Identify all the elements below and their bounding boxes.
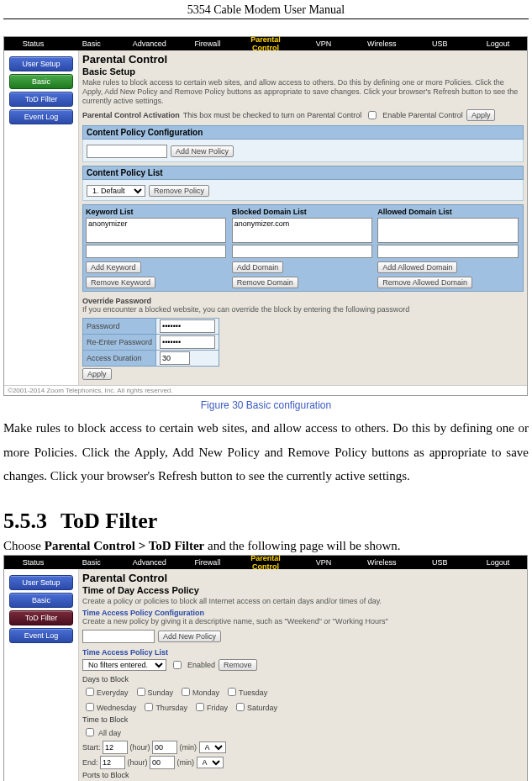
policy-config-head: Content Policy Configuration	[82, 125, 524, 140]
col-title-keyword: Keyword List	[86, 208, 229, 216]
blurb: Make rules to block access to certain we…	[82, 78, 524, 105]
allowed-list[interactable]	[377, 218, 518, 243]
nav-tab-wireless[interactable]: Wireless	[353, 39, 411, 49]
override-head: Override Password	[82, 297, 151, 305]
allowed-input[interactable]	[377, 245, 518, 258]
day-friday-checkbox[interactable]	[196, 703, 204, 711]
screenshot-tod-filter: StatusBasicAdvancedFirewallParental Cont…	[3, 555, 528, 781]
blocked-list[interactable]: anonymizer.com	[232, 218, 372, 243]
nav-tab-logout[interactable]: Logout	[469, 39, 527, 49]
policy-list-select[interactable]: No filters entered.	[82, 659, 166, 671]
nav-bold: Parental Control > ToD Filter	[45, 539, 204, 552]
nav-tab-wireless[interactable]: Wireless	[353, 557, 411, 567]
add-new-policy-button[interactable]: Add New Policy	[171, 145, 234, 157]
day-sunday-label: Sunday	[148, 689, 174, 697]
domain-columns: Keyword List anonymizer Add Keyword Remo…	[82, 204, 524, 292]
day-everyday-checkbox[interactable]	[86, 688, 94, 696]
nav-tab-advanced[interactable]: Advanced	[120, 557, 178, 567]
keyword-input[interactable]	[86, 245, 226, 258]
nav-tab-firewall[interactable]: Firewall	[178, 39, 236, 49]
enabled-checkbox[interactable]	[173, 661, 182, 669]
nav-tab-vpn[interactable]: VPN	[295, 39, 353, 49]
enable-checkbox[interactable]	[368, 111, 377, 119]
day-tuesday-label: Tuesday	[239, 689, 267, 697]
day-wednesday-checkbox[interactable]	[86, 703, 94, 711]
min-label: (min)	[177, 758, 195, 767]
duration-input[interactable]	[160, 351, 190, 365]
sidebar-tod-filter[interactable]: ToD Filter	[9, 610, 73, 625]
enable-label: Enable Parental Control	[382, 111, 463, 119]
remove-keyword-button[interactable]: Remove Keyword	[86, 277, 155, 288]
blocked-input[interactable]	[232, 245, 372, 258]
add-domain-button[interactable]: Add Domain	[232, 261, 284, 273]
nav-tab-firewall[interactable]: Firewall	[178, 557, 236, 567]
nav-tab-status[interactable]: Status	[4, 39, 62, 49]
apply-button-2[interactable]: Apply	[82, 368, 112, 380]
main-panel: Parental Control Basic Setup Make rules …	[79, 50, 527, 385]
nav-tab-vpn[interactable]: VPN	[295, 557, 353, 567]
col-title-blocked: Blocked Domain List	[232, 208, 375, 216]
day-saturday-checkbox[interactable]	[236, 703, 245, 711]
sidebar-user-setup[interactable]: User Setup	[9, 575, 73, 590]
page-header: 5354 Cable Modem User Manual	[3, 0, 529, 19]
activation-row: Parental Control Activation This box mus…	[82, 108, 524, 122]
day-sunday-checkbox[interactable]	[137, 688, 145, 696]
sidebar: User Setup Basic ToD Filter Event Log	[4, 50, 79, 385]
config-desc: Create a new policy by giving it a descr…	[82, 617, 524, 626]
nav-tab-logout[interactable]: Logout	[469, 557, 527, 567]
nav-post: and the following page will be shown.	[204, 539, 400, 552]
new-policy-input[interactable]	[87, 145, 167, 158]
hour-label: (hour)	[130, 743, 150, 752]
start-ampm-select[interactable]: AM	[199, 741, 226, 753]
sub-title-2: Time of Day Access Policy	[82, 585, 524, 595]
section-title: ToD Filter	[61, 509, 157, 533]
sidebar-basic[interactable]: Basic	[9, 74, 73, 89]
sidebar-user-setup[interactable]: User Setup	[9, 56, 73, 71]
policy-list-panel: 1. Default Remove Policy	[82, 180, 524, 201]
day-monday-checkbox[interactable]	[182, 688, 190, 696]
day-wednesday-label: Wednesday	[97, 704, 136, 712]
nav-tab-usb[interactable]: USB	[411, 557, 469, 567]
policy-select[interactable]: 1. Default	[87, 185, 145, 197]
end-min-input[interactable]	[150, 756, 175, 769]
days-row-2: WednesdayThursdayFridaySaturday	[82, 700, 524, 714]
nav-tab-basic[interactable]: Basic	[62, 39, 120, 49]
day-everyday-label: Everyday	[97, 689, 129, 697]
start-min-input[interactable]	[152, 741, 177, 754]
sidebar-event-log[interactable]: Event Log	[9, 628, 73, 643]
override-desc: If you encounter a blocked website, you …	[82, 305, 524, 314]
remove-allowed-button[interactable]: Remove Allowed Domain	[377, 277, 472, 288]
keyword-list[interactable]: anonymizer	[86, 218, 226, 243]
body-paragraph: Make rules to block access to certain we…	[3, 416, 529, 488]
allday-checkbox[interactable]	[86, 728, 94, 736]
footer-copyright: ©2001-2014 Zoom Telephonics, Inc. All ri…	[4, 385, 527, 395]
remove-policy-button[interactable]: Remove Policy	[149, 185, 209, 197]
nav-tab-advanced[interactable]: Advanced	[120, 39, 178, 49]
day-tuesday-checkbox[interactable]	[228, 688, 236, 696]
new-policy-input-2[interactable]	[82, 630, 155, 643]
enabled-label: Enabled	[187, 661, 215, 669]
apply-button[interactable]: Apply	[466, 109, 496, 121]
section-number: 5.5.3	[3, 509, 47, 534]
dur-label: Access Duration	[83, 351, 156, 367]
remove-domain-button[interactable]: Remove Domain	[232, 277, 298, 288]
sidebar-tod-filter[interactable]: ToD Filter	[9, 92, 73, 107]
remove-button[interactable]: Remove	[219, 659, 257, 671]
add-new-policy-button-2[interactable]: Add New Policy	[158, 631, 221, 642]
end-hour-input[interactable]	[100, 756, 125, 769]
add-allowed-button[interactable]: Add Allowed Domain	[377, 261, 457, 273]
nav-tab-status[interactable]: Status	[4, 557, 62, 567]
add-keyword-button[interactable]: Add Keyword	[86, 261, 141, 273]
end-label: End:	[82, 758, 98, 767]
end-ampm-select[interactable]: AM	[197, 757, 224, 768]
nav-tab-basic[interactable]: Basic	[62, 557, 120, 567]
day-monday-label: Monday	[192, 689, 219, 697]
sidebar-event-log[interactable]: Event Log	[9, 109, 73, 124]
start-hour-input[interactable]	[103, 741, 128, 754]
sidebar-basic[interactable]: Basic	[9, 593, 73, 608]
nav-tab-usb[interactable]: USB	[411, 39, 469, 49]
day-friday-label: Friday	[207, 704, 228, 712]
day-thursday-checkbox[interactable]	[145, 703, 153, 711]
password2-input[interactable]	[160, 335, 215, 349]
password-input[interactable]	[160, 319, 215, 333]
